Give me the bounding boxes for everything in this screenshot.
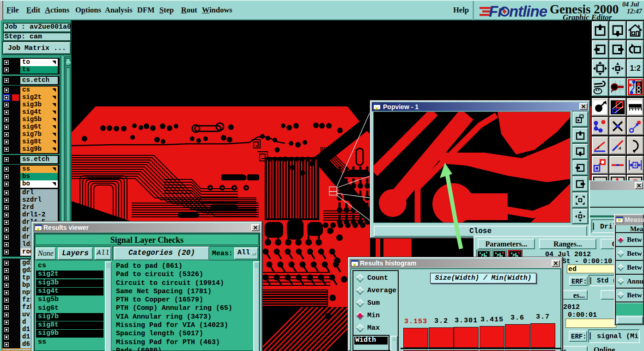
svg-text:4: 4 bbox=[634, 163, 637, 168]
svg-text:ntline: ntline bbox=[509, 3, 547, 20]
svg-text:04 Jul: 04 Jul bbox=[622, 1, 639, 8]
svg-text:12:47: 12:47 bbox=[627, 8, 643, 15]
svg-text:Fr: Fr bbox=[489, 3, 504, 20]
